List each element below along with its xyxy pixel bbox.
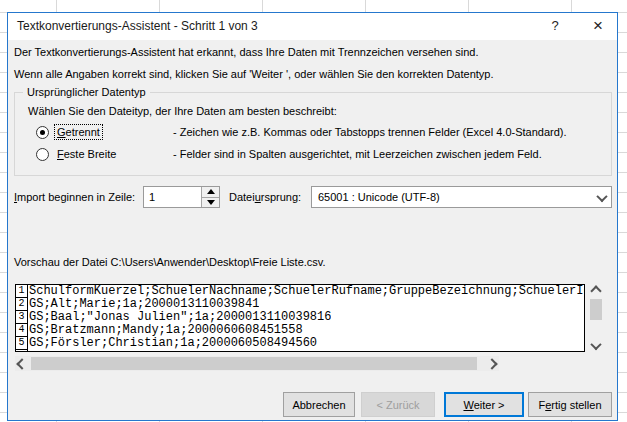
fixed-width-description: - Felder sind in Spalten ausgerichtet, m…: [173, 146, 542, 162]
radio-delimited[interactable]: [36, 126, 49, 139]
file-origin-label: Dateiursprung:: [229, 191, 301, 203]
preview-row: 1SchulformKuerzel;SchuelerNachname;Schue…: [16, 285, 584, 298]
text-import-wizard-dialog: Textkonvertierungs-Assistent - Schritt 1…: [7, 12, 618, 421]
radio-row-fixed-width: Feste Breite: [36, 146, 118, 162]
preview-row: 2GS;Alt;Marie;1a;2000013110039841: [16, 298, 584, 311]
cancel-button[interactable]: Abbrechen: [283, 392, 355, 417]
finish-button[interactable]: Fertig stellen: [528, 392, 612, 417]
file-origin-dropdown[interactable]: 65001 : Unicode (UTF-8): [311, 186, 612, 208]
intro-line-1: Der Textkonvertierungs-Assistent hat erk…: [14, 46, 478, 58]
radio-selected-dot: [40, 130, 45, 135]
radio-row-delimited: Getrennt: [36, 124, 102, 140]
start-row-value: 1: [149, 187, 155, 207]
scroll-down-icon[interactable]: [588, 339, 604, 352]
preview-row: 5GS;Försler;Christian;1a;200006050849456…: [16, 337, 584, 350]
radio-delimited-label[interactable]: Getrennt: [55, 125, 102, 139]
preview-horizontal-scrollbar[interactable]: [15, 356, 499, 371]
chevron-down-icon: [596, 191, 607, 202]
preview-vertical-scrollbar[interactable]: [588, 284, 604, 352]
preview-row: 3GS;Baal;"Jonas Julien";1a;2000013110039…: [16, 311, 584, 324]
preview-row-filler: [16, 350, 584, 351]
scroll-right-icon[interactable]: [485, 356, 499, 371]
spinner-down-icon[interactable]: [202, 198, 219, 208]
dialog-title: Textkonvertierungs-Assistent - Schritt 1…: [17, 13, 258, 40]
close-icon[interactable]: ×: [584, 13, 612, 40]
horizontal-scroll-thumb[interactable]: [31, 357, 477, 370]
start-row-spinner[interactable]: 1: [143, 186, 220, 208]
help-icon[interactable]: ?: [542, 13, 568, 40]
delimited-description: - Zeichen wie z.B. Kommas oder Tabstopps…: [173, 124, 567, 140]
intro-line-2: Wenn alle Angaben korrekt sind, klicken …: [14, 68, 494, 80]
preview-row: 4GS;Bratzmann;Mandy;1a;2000060608451558: [16, 324, 584, 337]
preview-caption: Vorschau der Datei C:\Users\Anwender\Des…: [14, 256, 326, 268]
start-row-label: Import beginnen in Zeile:: [14, 191, 135, 203]
scroll-up-icon[interactable]: [588, 284, 604, 297]
scroll-left-icon[interactable]: [15, 356, 29, 371]
spinner-buttons: [201, 187, 219, 207]
dialog-titlebar[interactable]: Textkonvertierungs-Assistent - Schritt 1…: [8, 13, 617, 40]
file-preview-box: 1SchulformKuerzel;SchuelerNachname;Schue…: [15, 284, 585, 352]
excel-worksheet-background: Textkonvertierungs-Assistent - Schritt 1…: [0, 0, 627, 422]
radio-fixed-width[interactable]: [36, 148, 49, 161]
file-origin-value: 65001 : Unicode (UTF-8): [318, 187, 440, 207]
groupbox-legend: Ursprünglicher Datentyp: [23, 86, 150, 98]
next-button[interactable]: Weiter >: [444, 392, 524, 417]
back-button: < Zurück: [361, 392, 435, 417]
datatype-prompt: Wählen Sie den Dateityp, der Ihre Daten …: [28, 105, 337, 117]
vertical-scroll-thumb[interactable]: [590, 299, 602, 320]
radio-fixed-width-label[interactable]: Feste Breite: [55, 147, 118, 161]
original-datatype-groupbox: Ursprünglicher Datentyp Wählen Sie den D…: [14, 92, 612, 176]
spinner-up-icon[interactable]: [202, 187, 219, 198]
